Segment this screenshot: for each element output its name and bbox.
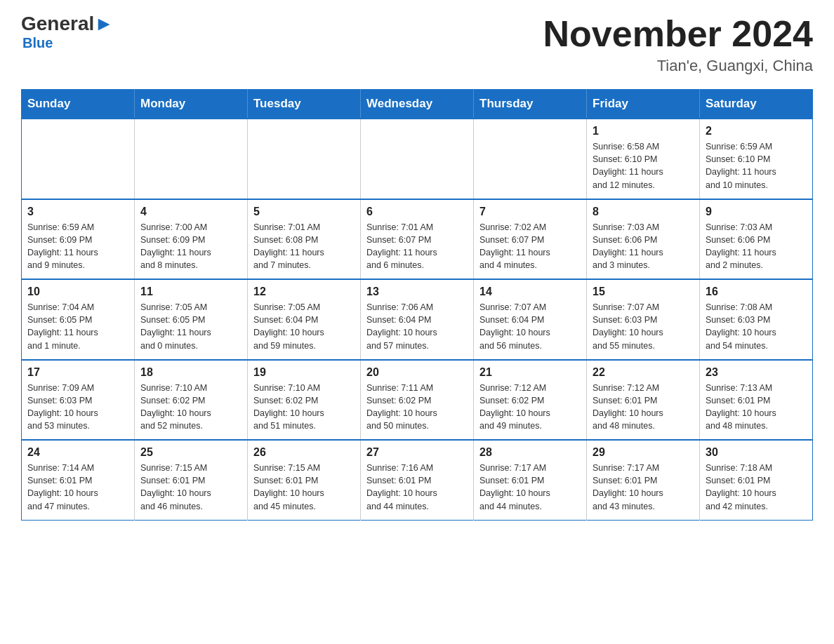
calendar-cell: 2Sunrise: 6:59 AM Sunset: 6:10 PM Daylig… xyxy=(700,119,813,199)
day-info: Sunrise: 7:02 AM Sunset: 6:07 PM Dayligh… xyxy=(479,221,581,272)
day-number: 24 xyxy=(27,446,128,459)
day-info: Sunrise: 7:12 AM Sunset: 6:01 PM Dayligh… xyxy=(593,382,694,433)
day-info: Sunrise: 7:12 AM Sunset: 6:02 PM Dayligh… xyxy=(479,382,581,433)
week-row-5: 24Sunrise: 7:14 AM Sunset: 6:01 PM Dayli… xyxy=(22,440,813,520)
day-number: 6 xyxy=(366,206,468,218)
logo-general: General► xyxy=(21,14,114,34)
day-info: Sunrise: 7:05 AM Sunset: 6:04 PM Dayligh… xyxy=(253,301,355,352)
calendar-cell: 21Sunrise: 7:12 AM Sunset: 6:02 PM Dayli… xyxy=(474,360,587,441)
calendar-cell: 29Sunrise: 7:17 AM Sunset: 6:01 PM Dayli… xyxy=(587,440,700,520)
calendar-cell: 4Sunrise: 7:00 AM Sunset: 6:09 PM Daylig… xyxy=(135,199,248,280)
day-number: 22 xyxy=(593,366,694,379)
day-number: 27 xyxy=(366,446,468,459)
day-number: 10 xyxy=(27,286,128,298)
day-number: 15 xyxy=(593,286,694,298)
day-number: 18 xyxy=(140,366,241,379)
title-block: November 2024 Tian'e, Guangxi, China xyxy=(543,14,813,75)
calendar-cell: 26Sunrise: 7:15 AM Sunset: 6:01 PM Dayli… xyxy=(248,440,361,520)
day-info: Sunrise: 7:00 AM Sunset: 6:09 PM Dayligh… xyxy=(140,221,241,272)
week-row-3: 10Sunrise: 7:04 AM Sunset: 6:05 PM Dayli… xyxy=(22,279,813,360)
day-info: Sunrise: 7:09 AM Sunset: 6:03 PM Dayligh… xyxy=(27,382,128,433)
day-number: 14 xyxy=(479,286,581,298)
day-number: 8 xyxy=(593,206,694,218)
weekday-header-thursday: Thursday xyxy=(474,90,587,119)
day-info: Sunrise: 7:14 AM Sunset: 6:01 PM Dayligh… xyxy=(27,462,128,513)
month-title: November 2024 xyxy=(543,14,813,54)
day-info: Sunrise: 7:16 AM Sunset: 6:01 PM Dayligh… xyxy=(366,462,468,513)
logo-blue: Blue xyxy=(21,35,53,51)
calendar-cell: 25Sunrise: 7:15 AM Sunset: 6:01 PM Dayli… xyxy=(135,440,248,520)
calendar-cell: 14Sunrise: 7:07 AM Sunset: 6:04 PM Dayli… xyxy=(474,279,587,360)
weekday-header-wednesday: Wednesday xyxy=(361,90,474,119)
calendar-cell: 13Sunrise: 7:06 AM Sunset: 6:04 PM Dayli… xyxy=(361,279,474,360)
day-number: 11 xyxy=(140,286,241,298)
day-info: Sunrise: 7:01 AM Sunset: 6:08 PM Dayligh… xyxy=(253,221,355,272)
day-number: 9 xyxy=(706,206,807,218)
week-row-2: 3Sunrise: 6:59 AM Sunset: 6:09 PM Daylig… xyxy=(22,199,813,280)
day-number: 13 xyxy=(366,286,468,298)
week-row-4: 17Sunrise: 7:09 AM Sunset: 6:03 PM Dayli… xyxy=(22,360,813,441)
calendar-cell: 20Sunrise: 7:11 AM Sunset: 6:02 PM Dayli… xyxy=(361,360,474,441)
day-number: 29 xyxy=(593,446,694,459)
day-number: 2 xyxy=(706,125,807,137)
day-number: 25 xyxy=(140,446,241,459)
calendar-cell: 8Sunrise: 7:03 AM Sunset: 6:06 PM Daylig… xyxy=(587,199,700,280)
day-info: Sunrise: 7:15 AM Sunset: 6:01 PM Dayligh… xyxy=(140,462,241,513)
calendar-cell: 28Sunrise: 7:17 AM Sunset: 6:01 PM Dayli… xyxy=(474,440,587,520)
calendar-table: SundayMondayTuesdayWednesdayThursdayFrid… xyxy=(21,89,813,521)
day-info: Sunrise: 7:01 AM Sunset: 6:07 PM Dayligh… xyxy=(366,221,468,272)
calendar-cell: 12Sunrise: 7:05 AM Sunset: 6:04 PM Dayli… xyxy=(248,279,361,360)
calendar-cell: 6Sunrise: 7:01 AM Sunset: 6:07 PM Daylig… xyxy=(361,199,474,280)
day-number: 3 xyxy=(27,206,128,218)
weekday-header-sunday: Sunday xyxy=(22,90,135,119)
day-number: 30 xyxy=(706,446,807,459)
calendar-cell: 5Sunrise: 7:01 AM Sunset: 6:08 PM Daylig… xyxy=(248,199,361,280)
day-info: Sunrise: 7:13 AM Sunset: 6:01 PM Dayligh… xyxy=(706,382,807,433)
calendar-cell xyxy=(248,119,361,199)
calendar-cell: 18Sunrise: 7:10 AM Sunset: 6:02 PM Dayli… xyxy=(135,360,248,441)
day-number: 17 xyxy=(27,366,128,379)
day-info: Sunrise: 7:05 AM Sunset: 6:05 PM Dayligh… xyxy=(140,301,241,352)
day-info: Sunrise: 7:17 AM Sunset: 6:01 PM Dayligh… xyxy=(479,462,581,513)
weekday-header-saturday: Saturday xyxy=(700,90,813,119)
day-info: Sunrise: 7:10 AM Sunset: 6:02 PM Dayligh… xyxy=(253,382,355,433)
day-info: Sunrise: 7:04 AM Sunset: 6:05 PM Dayligh… xyxy=(27,301,128,352)
calendar-cell: 15Sunrise: 7:07 AM Sunset: 6:03 PM Dayli… xyxy=(587,279,700,360)
calendar-cell: 30Sunrise: 7:18 AM Sunset: 6:01 PM Dayli… xyxy=(700,440,813,520)
day-number: 7 xyxy=(479,206,581,218)
calendar-cell xyxy=(361,119,474,199)
day-number: 5 xyxy=(253,206,355,218)
day-info: Sunrise: 7:08 AM Sunset: 6:03 PM Dayligh… xyxy=(706,301,807,352)
day-number: 16 xyxy=(706,286,807,298)
calendar-cell: 16Sunrise: 7:08 AM Sunset: 6:03 PM Dayli… xyxy=(700,279,813,360)
calendar-cell xyxy=(135,119,248,199)
day-number: 12 xyxy=(253,286,355,298)
week-row-1: 1Sunrise: 6:58 AM Sunset: 6:10 PM Daylig… xyxy=(22,119,813,199)
weekday-header-friday: Friday xyxy=(587,90,700,119)
day-info: Sunrise: 7:17 AM Sunset: 6:01 PM Dayligh… xyxy=(593,462,694,513)
calendar-cell: 19Sunrise: 7:10 AM Sunset: 6:02 PM Dayli… xyxy=(248,360,361,441)
calendar-cell: 7Sunrise: 7:02 AM Sunset: 6:07 PM Daylig… xyxy=(474,199,587,280)
day-info: Sunrise: 7:06 AM Sunset: 6:04 PM Dayligh… xyxy=(366,301,468,352)
calendar-cell: 10Sunrise: 7:04 AM Sunset: 6:05 PM Dayli… xyxy=(22,279,135,360)
day-number: 20 xyxy=(366,366,468,379)
calendar-cell: 23Sunrise: 7:13 AM Sunset: 6:01 PM Dayli… xyxy=(700,360,813,441)
calendar-cell: 22Sunrise: 7:12 AM Sunset: 6:01 PM Dayli… xyxy=(587,360,700,441)
calendar-cell: 1Sunrise: 6:58 AM Sunset: 6:10 PM Daylig… xyxy=(587,119,700,199)
day-info: Sunrise: 7:07 AM Sunset: 6:04 PM Dayligh… xyxy=(479,301,581,352)
calendar-cell: 3Sunrise: 6:59 AM Sunset: 6:09 PM Daylig… xyxy=(22,199,135,280)
day-info: Sunrise: 7:03 AM Sunset: 6:06 PM Dayligh… xyxy=(706,221,807,272)
day-info: Sunrise: 6:59 AM Sunset: 6:10 PM Dayligh… xyxy=(706,140,807,192)
page-header: General► Blue November 2024 Tian'e, Guan… xyxy=(21,14,813,75)
day-number: 21 xyxy=(479,366,581,379)
day-info: Sunrise: 7:10 AM Sunset: 6:02 PM Dayligh… xyxy=(140,382,241,433)
logo: General► Blue xyxy=(21,14,114,51)
calendar-cell: 11Sunrise: 7:05 AM Sunset: 6:05 PM Dayli… xyxy=(135,279,248,360)
calendar-cell: 24Sunrise: 7:14 AM Sunset: 6:01 PM Dayli… xyxy=(22,440,135,520)
location: Tian'e, Guangxi, China xyxy=(543,57,813,75)
day-number: 1 xyxy=(593,125,694,137)
calendar-cell xyxy=(474,119,587,199)
day-info: Sunrise: 6:58 AM Sunset: 6:10 PM Dayligh… xyxy=(593,140,694,192)
calendar-cell: 17Sunrise: 7:09 AM Sunset: 6:03 PM Dayli… xyxy=(22,360,135,441)
weekday-header-tuesday: Tuesday xyxy=(248,90,361,119)
